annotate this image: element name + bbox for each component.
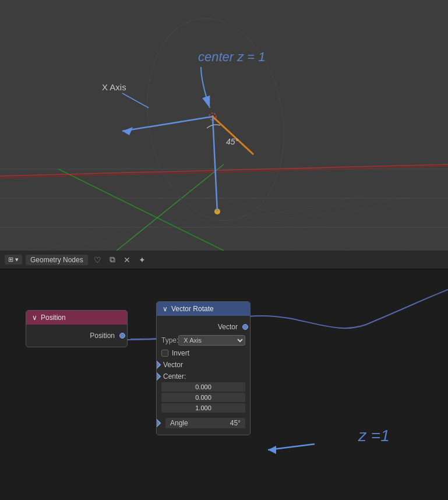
svg-line-27 (122, 93, 149, 108)
node-center-z-field[interactable] (161, 403, 245, 413)
svg-line-9 (175, 166, 303, 251)
close-icon[interactable]: ✕ (121, 254, 133, 266)
node-type-row: Type: X Axis Y Axis Z Axis (157, 333, 250, 347)
grid-icon: ⊞ (8, 256, 13, 263)
heart-icon[interactable]: ♡ (91, 254, 104, 266)
viewport: rspective lection | Cube (0, 0, 448, 251)
node-center-row: Center: (157, 371, 250, 382)
svg-line-24 (213, 117, 217, 212)
node-vector-rotate-chevron: ∨ (163, 305, 168, 313)
svg-line-10 (186, 166, 291, 251)
node-vector-input-row: Vector (157, 359, 250, 371)
svg-text:center z = 1: center z = 1 (198, 50, 266, 64)
node-vector-rotate-title: Vector Rotate (171, 305, 214, 313)
svg-line-5 (58, 169, 224, 251)
viewport-perspective-label: rspective (5, 2, 44, 12)
node-vector-input-label: Vector (163, 361, 183, 369)
copy-icon[interactable]: ⧉ (107, 253, 118, 266)
svg-point-19 (209, 113, 216, 120)
node-editor: ⊞ ▾ Geometry Nodes ♡ ⧉ ✕ ✦ z =1 ∨ Positi… (0, 251, 448, 500)
svg-point-21 (214, 209, 220, 214)
svg-line-16 (0, 164, 448, 176)
svg-marker-32 (268, 446, 276, 454)
svg-marker-23 (122, 127, 133, 135)
node-type-label: Type: (161, 336, 178, 344)
node-center-y-field[interactable] (161, 393, 245, 402)
node-vector-output-socket[interactable] (242, 324, 248, 330)
svg-rect-0 (0, 0, 448, 251)
svg-point-20 (211, 115, 214, 118)
node-vector-rotate-output-row: Vector (157, 321, 250, 333)
node-center-z-row (161, 403, 245, 413)
node-position-title: Position (41, 314, 66, 322)
svg-point-18 (132, 8, 299, 232)
svg-line-17 (117, 164, 224, 251)
svg-line-12 (105, 166, 408, 251)
node-vector-rotate-body: Vector Type: X Axis Y Axis Z Axis Invert (157, 316, 250, 435)
node-center-values (157, 382, 250, 416)
svg-line-14 (87, 198, 408, 233)
node-angle-label: Angle (170, 419, 188, 427)
node-editor-header: ⊞ ▾ Geometry Nodes ♡ ⧉ ✕ ✦ (0, 251, 448, 269)
node-center-input-socket[interactable] (156, 372, 161, 381)
svg-line-13 (87, 186, 408, 251)
svg-text:45°: 45° (226, 137, 239, 146)
svg-line-11 (146, 166, 350, 251)
node-position-output-row: Position (26, 329, 127, 342)
node-angle-value: 45° (230, 419, 241, 427)
svg-text:X Axis: X Axis (102, 82, 126, 92)
node-position-output-socket[interactable] (119, 333, 125, 339)
node-position-chevron: ∨ (32, 314, 37, 322)
svg-line-25 (213, 117, 253, 154)
node-invert-label: Invert (172, 349, 189, 357)
svg-line-4 (0, 166, 448, 178)
node-invert-checkbox[interactable] (161, 350, 168, 357)
node-angle-row: Angle 45° (157, 416, 250, 430)
node-center-label: Center: (163, 372, 186, 381)
svg-text:z =1: z =1 (358, 427, 390, 445)
viewport-header: rspective lection | Cube (0, 0, 48, 24)
node-invert-row: Invert (157, 347, 250, 359)
node-vector-rotate: ∨ Vector Rotate Vector Type: X Axis Y Ax… (156, 301, 251, 435)
svg-line-15 (29, 204, 408, 251)
workspace-label: Geometry Nodes (26, 255, 88, 265)
svg-line-8 (117, 166, 262, 251)
svg-line-6 (0, 166, 448, 178)
node-angle-input-socket[interactable] (156, 419, 161, 427)
svg-line-7 (58, 166, 224, 251)
dropdown-arrow: ▾ (15, 256, 19, 263)
view-menu-button[interactable]: ⊞ ▾ (5, 255, 22, 265)
node-vector-output-label: Vector (218, 323, 238, 331)
node-position-header: ∨ Position (26, 311, 127, 325)
node-canvas: z =1 ∨ Position Position ∨ Vector Rotate (0, 269, 448, 500)
svg-line-22 (122, 117, 213, 131)
node-center-x-field[interactable] (161, 382, 245, 392)
node-vector-input-socket[interactable] (156, 361, 161, 369)
node-center-x-row (161, 382, 245, 392)
viewport-selection-label: lection | Cube (5, 12, 44, 22)
viewport-svg: X Axis 45° center z = 1 (0, 0, 448, 251)
node-type-select[interactable]: X Axis Y Axis Z Axis (178, 335, 245, 346)
node-position-output-label: Position (90, 332, 115, 340)
node-position-body: Position (26, 325, 127, 347)
node-vector-rotate-header: ∨ Vector Rotate (157, 302, 250, 316)
pin-icon[interactable]: ✦ (136, 254, 148, 266)
node-center-y-row (161, 393, 245, 402)
node-position: ∨ Position Position (26, 310, 128, 347)
